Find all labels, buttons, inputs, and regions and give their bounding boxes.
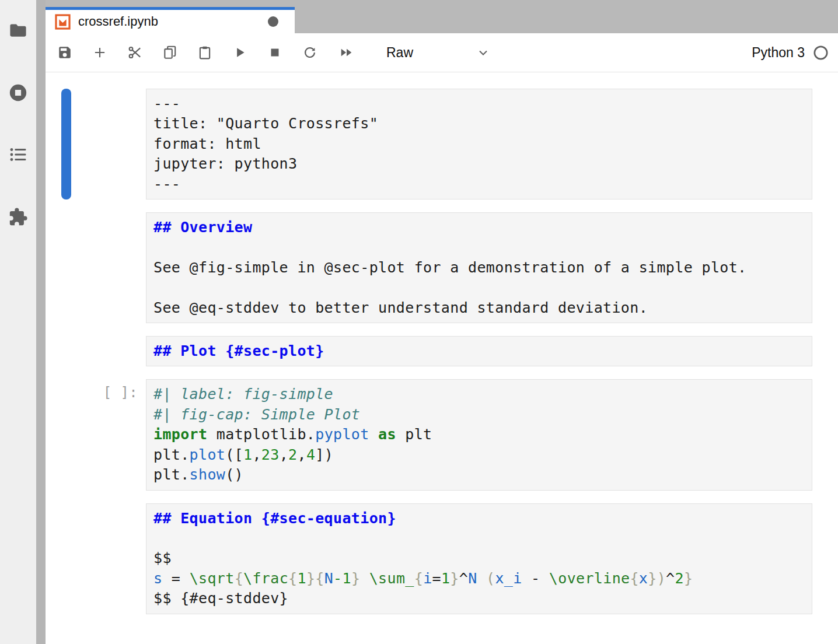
code-line: See @fig-simple in @sec-plot for a demon… (153, 258, 805, 278)
chevron-down-icon (476, 46, 490, 60)
code-line: format: html (153, 134, 805, 154)
main-area: crossref.ipynb (46, 0, 838, 644)
kernel-area: Python 3 (752, 45, 829, 61)
notebook-icon (55, 14, 71, 30)
code-line: ## Plot {#sec-plot} (153, 341, 805, 361)
paste-cell-icon[interactable] (197, 45, 212, 60)
code-line: #| label: fig-simple (153, 384, 805, 404)
code-line: plt.show() (153, 465, 805, 485)
markdown-cell-editor[interactable]: ## Plot {#sec-plot} (146, 336, 812, 366)
markdown-cell-editor[interactable]: ## Equation {#sec-equation} $$s = \sqrt{… (146, 503, 812, 614)
code-line: ## Overview (153, 218, 805, 237)
tab-bar: crossref.ipynb (46, 0, 838, 33)
sidebar-divider[interactable] (36, 0, 46, 644)
code-line: ## Equation {#sec-equation} (153, 509, 805, 528)
copy-cell-icon[interactable] (162, 45, 177, 60)
notebook-cell-plot-code[interactable]: [ ]:#| label: fig-simple#| fig-cap: Simp… (146, 379, 812, 490)
run-all-icon[interactable] (337, 45, 356, 60)
code-line (153, 237, 805, 257)
notebook-content: ---title: "Quarto Crossrefs"format: html… (46, 72, 838, 644)
code-line: import matplotlib.pyplot as plt (153, 425, 805, 444)
stop-icon[interactable] (267, 45, 282, 60)
code-line: See @eq-stddev to better understand stan… (153, 298, 805, 318)
cell-type-value: Raw (386, 45, 413, 61)
cell-type-dropdown[interactable]: Raw (386, 45, 490, 61)
code-line: --- (153, 94, 805, 114)
jupyterlab-window: crossref.ipynb (0, 0, 838, 644)
code-line: $$ {#eq-stddev} (153, 589, 805, 608)
table-of-contents-icon[interactable] (0, 142, 36, 167)
unsaved-changes-indicator[interactable] (268, 16, 278, 27)
notebook-cell-yaml-frontmatter[interactable]: ---title: "Quarto Crossrefs"format: html… (146, 89, 812, 200)
code-line: s = \sqrt{\frac{1}{N-1} \sum_{i=1}^N (x_… (153, 569, 805, 589)
code-line: --- (153, 174, 805, 194)
code-line (153, 278, 805, 298)
tab-title: crossref.ipynb (78, 14, 158, 29)
cut-cell-icon[interactable] (127, 45, 142, 60)
notebook-cell-equation-markdown[interactable]: ## Equation {#sec-equation} $$s = \sqrt{… (146, 503, 812, 614)
tab-crossref-ipynb[interactable]: crossref.ipynb (46, 7, 295, 33)
code-line: jupyter: python3 (153, 154, 805, 174)
kernel-status-icon[interactable] (813, 45, 829, 61)
notebook-toolbar: Raw Python 3 (46, 33, 838, 72)
active-cell-indicator[interactable] (61, 89, 71, 200)
code-cell-editor[interactable]: #| label: fig-simple#| fig-cap: Simple P… (146, 379, 812, 490)
markdown-cell-editor[interactable]: ## Overview See @fig-simple in @sec-plot… (146, 212, 812, 323)
add-cell-icon[interactable] (92, 45, 107, 60)
code-line: $$ (153, 548, 805, 568)
code-line: #| fig-cap: Simple Plot (153, 405, 805, 425)
code-line: title: "Quarto Crossrefs" (153, 114, 805, 134)
raw-cell-editor[interactable]: ---title: "Quarto Crossrefs"format: html… (146, 89, 812, 200)
restart-kernel-icon[interactable] (302, 45, 317, 60)
run-icon[interactable] (232, 45, 247, 60)
notebook-cell-plot-heading-markdown[interactable]: ## Plot {#sec-plot} (146, 336, 812, 366)
execution-prompt: [ ]: (46, 384, 138, 401)
kernel-name[interactable]: Python 3 (752, 45, 805, 61)
file-browser-icon[interactable] (0, 18, 36, 43)
cell-list: ---title: "Quarto Crossrefs"format: html… (46, 89, 838, 614)
notebook-cell-overview-markdown[interactable]: ## Overview See @fig-simple in @sec-plot… (146, 212, 812, 323)
left-sidebar (0, 0, 36, 644)
extension-manager-icon[interactable] (0, 204, 36, 230)
save-icon[interactable] (57, 45, 72, 60)
running-sessions-icon[interactable] (0, 80, 36, 106)
code-line: plt.plot([1,23,2,4]) (153, 445, 805, 465)
code-line (153, 528, 805, 548)
